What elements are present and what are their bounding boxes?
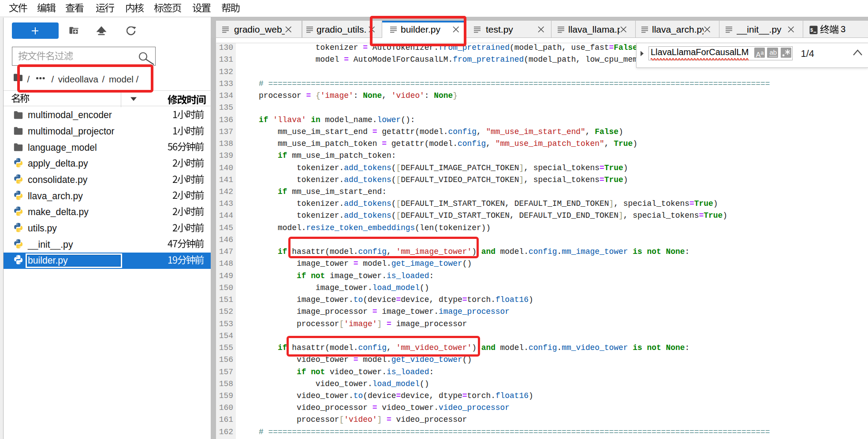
svg-text:$: $: [810, 27, 813, 33]
